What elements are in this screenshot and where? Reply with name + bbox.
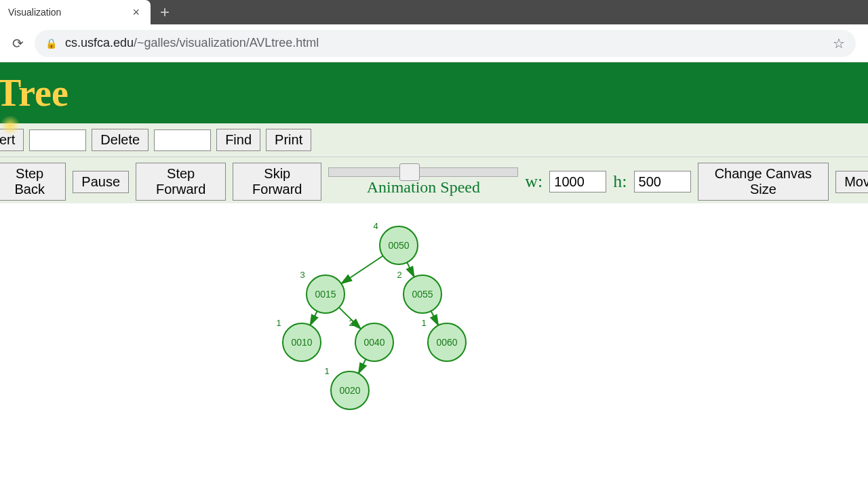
tree-edge: [431, 311, 439, 325]
move-controls-button[interactable]: Mov: [835, 171, 868, 193]
address-bar[interactable]: 🔒 cs.usfca.edu/~galles/visualization/AVL…: [35, 30, 856, 57]
height-input[interactable]: [634, 171, 691, 192]
step-forward-button[interactable]: Step Forward: [136, 163, 226, 201]
width-label: w:: [525, 171, 542, 192]
algorithm-controls: sert Delete Find Print: [0, 123, 868, 157]
tree-node-height: 1: [324, 366, 329, 376]
find-button[interactable]: Find: [216, 129, 260, 151]
tree-edge: [310, 311, 317, 325]
tree-svg: 00504001530055200101004020060100201: [0, 203, 868, 488]
browser-tab-strip: Visualization × +: [0, 0, 868, 24]
delete-button[interactable]: Delete: [92, 129, 149, 151]
tree-node-height: 3: [300, 270, 304, 280]
change-canvas-size-button[interactable]: Change Canvas Size: [698, 163, 829, 201]
tree-node-height: 2: [397, 270, 401, 280]
tree-node-height: 1: [421, 318, 426, 328]
find-input[interactable]: [154, 129, 211, 151]
tree-edge: [359, 359, 366, 373]
url-host: cs.usfca.edu: [65, 36, 134, 49]
new-tab-button[interactable]: +: [151, 0, 179, 24]
skip-forward-button[interactable]: Skip Forward: [233, 163, 321, 201]
pause-button[interactable]: Pause: [73, 171, 129, 193]
height-label: h:: [613, 171, 627, 192]
bookmark-star-icon[interactable]: ☆: [833, 35, 845, 52]
close-tab-icon[interactable]: ×: [130, 5, 142, 20]
tree-edge: [341, 256, 382, 284]
tree-node-label: 0020: [339, 385, 360, 396]
delete-input[interactable]: [29, 129, 86, 151]
lock-icon: 🔒: [45, 38, 57, 49]
tree-node-height: 4: [373, 221, 378, 231]
tree-node-label: 0050: [388, 240, 409, 251]
tree-node-label: 0040: [363, 337, 384, 348]
step-back-button[interactable]: Step Back: [0, 163, 66, 201]
url-path: /~galles/visualization/AVLtree.html: [134, 36, 319, 49]
tree-node-label: 0055: [412, 289, 433, 300]
tree-edge: [407, 262, 414, 277]
tree-node: 00201: [324, 366, 369, 409]
tree-node-label: 0015: [315, 289, 336, 300]
browser-tab[interactable]: Visualization ×: [0, 0, 151, 24]
insert-button[interactable]: sert: [0, 129, 24, 151]
animation-speed-control: Animation Speed: [328, 167, 518, 197]
tree-node-height: 2: [349, 318, 353, 328]
tree-node-label: 0010: [291, 337, 312, 348]
animation-speed-label: Animation Speed: [367, 178, 480, 197]
address-bar-row: ⟳ 🔒 cs.usfca.edu/~galles/visualization/A…: [0, 24, 868, 62]
page-title: Tree: [0, 71, 68, 115]
width-input[interactable]: [549, 171, 606, 192]
reload-icon[interactable]: ⟳: [7, 35, 29, 52]
tree-node: 00552: [397, 270, 441, 313]
tree-node: 00153: [300, 270, 344, 313]
url-text: cs.usfca.edu/~galles/visualization/AVLtr…: [65, 36, 319, 50]
visualization-canvas: 00504001530055200101004020060100201: [0, 203, 868, 488]
tree-node: 00601: [421, 318, 466, 361]
tree-node: 00101: [276, 318, 321, 361]
page-header: Tree: [0, 62, 868, 123]
tree-node-label: 0060: [436, 337, 457, 348]
animation-controls: Step Back Pause Step Forward Skip Forwar…: [0, 157, 868, 203]
print-button[interactable]: Print: [266, 129, 311, 151]
animation-speed-slider[interactable]: [328, 167, 518, 177]
tree-node-height: 1: [276, 318, 281, 328]
tab-title: Visualization: [8, 7, 130, 18]
